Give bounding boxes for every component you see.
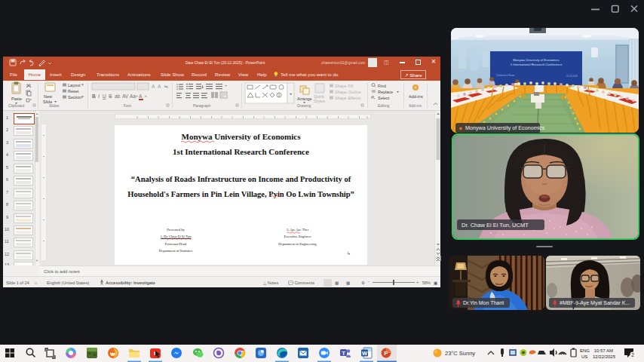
svg-text:Clipboard: Clipboard [8,103,25,108]
svg-text:Drawing: Drawing [297,103,311,108]
svg-text:AV: AV [122,94,129,99]
svg-text:#MBF-9-Aye Myat Sandar K...: #MBF-9-Aye Myat Sandar K... [560,300,630,306]
svg-text:ENG: ENG [580,348,590,353]
svg-text:ab: ab [115,94,121,99]
svg-text:Font: Font [124,103,132,108]
svg-text:1 International Research Confe: 1 International Research Conference [511,63,563,66]
svg-text:S: S [109,94,112,99]
svg-text:Aa: Aa [130,94,136,99]
svg-text:⇆: ⇆ [164,84,168,89]
svg-text:5: 5 [348,115,350,119]
svg-text:Editing: Editing [378,103,390,108]
svg-text:U: U [103,94,106,99]
svg-text:5: 5 [158,115,160,119]
svg-text:3: 3 [305,115,308,119]
svg-text:Shape Fill: Shape Fill [335,84,353,88]
svg-text:Dr. Chaw Ei Ei Tun, UCMT: Dr. Chaw Ei Ei Tun, UCMT [462,222,529,229]
svg-text:Select: Select [378,96,390,100]
svg-text:Shape Outline: Shape Outline [335,90,361,94]
svg-text:3: 3 [200,115,202,119]
svg-text:New: New [44,94,52,99]
svg-text:Conference Room: Conference Room [496,74,515,77]
svg-text:Shape Effects: Shape Effects [335,96,360,100]
svg-text:Paste: Paste [11,97,22,101]
svg-text:Monywa University of Economics: Monywa University of Economics [465,124,545,131]
svg-text:6: 6 [366,115,369,119]
svg-text:W: W [362,350,368,357]
svg-text:■: ■ [459,125,462,130]
svg-text:Add-ins: Add-ins [409,94,423,99]
svg-text:Dr.Yin Mon Thant: Dr.Yin Mon Thant [463,300,504,305]
svg-text:A: A [152,84,155,89]
svg-text:Replace: Replace [378,90,393,94]
svg-text:A: A [158,84,161,89]
svg-text:4: 4 [179,115,181,119]
svg-text:I: I [98,94,100,99]
svg-text:Section: Section [68,95,81,100]
svg-text:↳: ↳ [347,251,351,256]
svg-text:Reset: Reset [68,89,79,94]
svg-text:Monywa University of Economics: Monywa University of Economics [513,58,559,62]
svg-text:12/22/2025: 12/22/2025 [593,354,616,359]
svg-text:6: 6 [136,115,139,119]
svg-text:2: 2 [284,115,287,119]
svg-text:Layout: Layout [68,83,81,87]
svg-text:10:57 AM: 10:57 AM [594,348,613,353]
svg-text:Slides: Slides [49,103,60,108]
svg-text:Find: Find [378,84,386,88]
svg-text:22.12.2025: 22.12.2025 [566,75,578,78]
svg-text:T: T [342,350,345,357]
svg-text:A: A [139,94,143,99]
svg-text:Arrange: Arrange [297,97,312,101]
svg-text:2: 2 [631,352,634,357]
svg-text:1: 1 [232,115,234,119]
svg-text:B: B [92,94,96,99]
svg-text:1: 1 [263,115,265,119]
svg-text:4: 4 [327,115,329,119]
svg-text:Styles: Styles [314,99,325,103]
svg-text:2: 2 [221,115,223,119]
svg-text:Add-ins: Add-ins [409,103,422,108]
svg-text:23°C Sunny: 23°C Sunny [445,350,475,357]
svg-text:Paragraph: Paragraph [193,103,211,108]
svg-text:US: US [581,354,587,359]
